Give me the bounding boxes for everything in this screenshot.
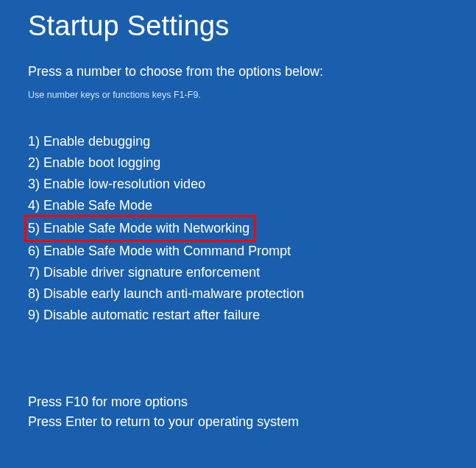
option-label: Enable low-resolution video (43, 177, 205, 191)
option-label: 1 (28, 134, 35, 149)
options-list: 1) Enable debugging 2) Enable boot loggi… (28, 131, 448, 326)
option-label: 5 (28, 221, 35, 235)
option-7[interactable]: 7) Disable driver signature enforcement (28, 262, 260, 283)
page-title: Startup Settings (28, 10, 448, 42)
option-2[interactable]: 2) Enable boot logging (28, 152, 160, 174)
instruction-text: Press a number to choose from the option… (28, 64, 448, 79)
footer-more-options: Press F10 for more options (28, 392, 448, 412)
option-4[interactable]: 4) Enable Safe Mode (28, 195, 152, 216)
option-9[interactable]: 9) Disable automatic restart after failu… (28, 305, 260, 326)
option-label: Enable boot logging (43, 155, 160, 170)
hint-text: Use number keys or functions keys F1-F9. (28, 90, 448, 100)
option-label: Enable Safe Mode with Networking (43, 221, 249, 235)
option-label: 8 (28, 286, 35, 301)
option-label: 2 (28, 155, 35, 170)
option-label: 9 (28, 308, 35, 322)
option-label: 6 (28, 244, 35, 258)
option-label: Disable automatic restart after failure (43, 308, 260, 322)
footer-return: Press Enter to return to your operating … (28, 412, 448, 432)
option-label: Disable early launch anti-malware protec… (43, 286, 304, 301)
option-3[interactable]: 3) Enable low-resolution video (28, 174, 205, 195)
option-label: Enable Safe Mode (43, 198, 152, 213)
option-label: Enable debugging (43, 134, 150, 149)
option-label: 4 (28, 198, 35, 213)
option-1[interactable]: 1) Enable debugging (28, 131, 150, 152)
option-label: 3 (28, 177, 35, 191)
option-8[interactable]: 8) Disable early launch anti-malware pro… (28, 283, 304, 305)
option-label: 7 (28, 265, 35, 280)
option-5[interactable]: 5) Enable Safe Mode with Networking (24, 215, 256, 242)
option-6[interactable]: 6) Enable Safe Mode with Command Prompt (28, 241, 291, 262)
option-label: Enable Safe Mode with Command Prompt (43, 244, 291, 258)
option-label: Disable driver signature enforcement (43, 265, 260, 280)
footer: Press F10 for more options Press Enter t… (28, 392, 448, 432)
